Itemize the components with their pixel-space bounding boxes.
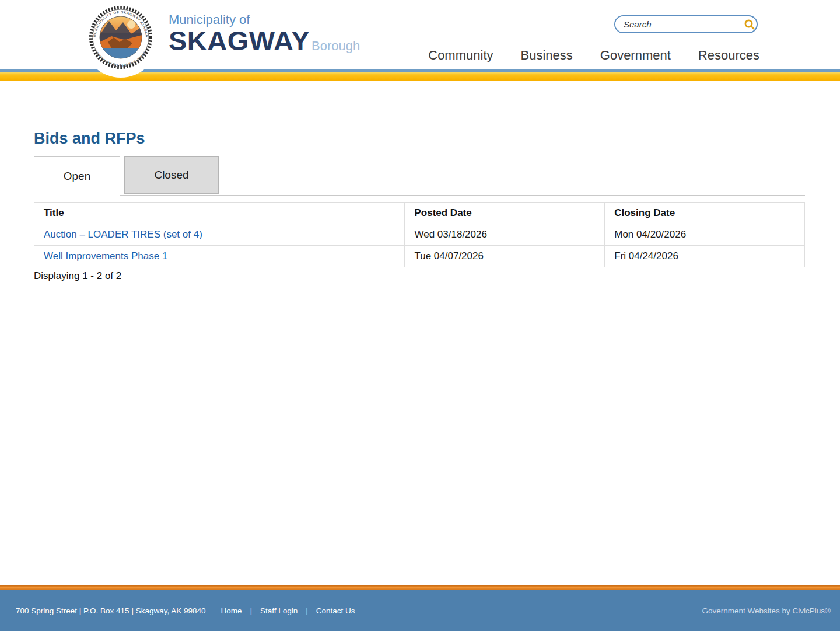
site-logo-wordmark[interactable]: Municipality of SKAGWAY Borough (169, 12, 360, 55)
footer-orange-divider (0, 585, 840, 590)
footer-civicplus-credit[interactable]: Government Websites by CivicPlus® (702, 606, 831, 615)
page-title: Bids and RFPs (34, 130, 805, 148)
footer-link-contact-us[interactable]: Contact Us (316, 606, 355, 615)
wordmark-suffix: Borough (312, 39, 360, 54)
table-row: Well Improvements Phase 1 Tue 04/07/2026… (34, 246, 805, 267)
displaying-count: Displaying 1 - 2 of 2 (34, 270, 805, 282)
main-content: Bids and RFPs Open Closed Title Posted D… (0, 81, 840, 282)
posted-date-cell: Tue 04/07/2026 (405, 246, 605, 267)
bid-link-auction-loader-tires[interactable]: Auction – LOADER TIRES (set of 4) (44, 229, 202, 240)
search-icon (744, 19, 755, 30)
column-header-title: Title (34, 203, 405, 224)
main-nav: Community Business Government Resources (428, 48, 760, 63)
footer-link-home[interactable]: Home (220, 606, 242, 615)
footer-address: 700 Spring Street | P.O. Box 415 | Skagw… (16, 606, 205, 615)
closing-date-cell: Fri 04/24/2026 (605, 246, 805, 267)
bids-table: Title Posted Date Closing Date Auction –… (34, 202, 805, 267)
posted-date-cell: Wed 03/18/2026 (405, 224, 605, 246)
table-row: Auction – LOADER TIRES (set of 4) Wed 03… (34, 224, 805, 246)
footer-bar: 700 Spring Street | P.O. Box 415 | Skagw… (0, 590, 840, 631)
site-footer: 700 Spring Street | P.O. Box 415 | Skagw… (0, 585, 840, 631)
bid-link-well-improvements[interactable]: Well Improvements Phase 1 (44, 250, 167, 262)
site-header: MUNICIPALITY OF SKAGWAY ALASKA GATEWAY T… (0, 0, 840, 69)
footer-link-staff-login[interactable]: Staff Login (260, 606, 298, 615)
nav-item-community[interactable]: Community (428, 48, 493, 63)
municipality-seal-logo[interactable]: MUNICIPALITY OF SKAGWAY ALASKA GATEWAY T… (82, 1, 159, 81)
nav-item-government[interactable]: Government (600, 48, 671, 63)
search-box (614, 15, 758, 33)
footer-separator: | (250, 606, 253, 615)
nav-item-resources[interactable]: Resources (698, 48, 760, 63)
search-input[interactable] (615, 16, 742, 32)
column-header-posted-date: Posted Date (405, 203, 605, 224)
closing-date-cell: Mon 04/20/2026 (605, 224, 805, 246)
footer-left: 700 Spring Street | P.O. Box 415 | Skagw… (16, 606, 355, 615)
table-header-row: Title Posted Date Closing Date (34, 203, 805, 224)
tab-open[interactable]: Open (34, 156, 120, 196)
nav-item-business[interactable]: Business (521, 48, 573, 63)
wordmark-name: SKAGWAY (169, 27, 310, 55)
footer-separator: | (306, 606, 308, 615)
search-button[interactable] (742, 16, 757, 32)
column-header-closing-date: Closing Date (605, 203, 805, 224)
tab-closed[interactable]: Closed (124, 156, 219, 194)
bids-tabs: Open Closed (34, 156, 805, 196)
seal-icon: MUNICIPALITY OF SKAGWAY ALASKA GATEWAY T… (82, 1, 159, 81)
